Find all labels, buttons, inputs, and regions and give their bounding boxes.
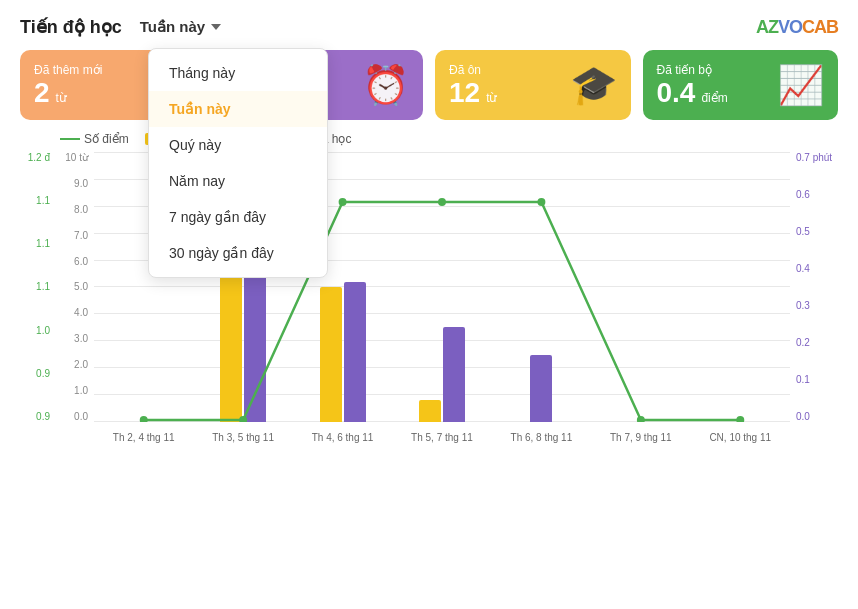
x-label-1: Th 3, 5 thg 11 — [193, 432, 292, 443]
y-right-0: 0.0 — [796, 411, 810, 422]
dropdown-label: Tuần này — [140, 18, 205, 36]
stat-added-text: Đã thêm mới 2 từ — [34, 63, 102, 107]
bar-purple-3 — [443, 327, 465, 422]
bar-purple-4 — [530, 355, 552, 422]
y-words-1: 1.0 — [74, 385, 88, 396]
stat-reviewed-text: Đã ôn 12 từ — [449, 63, 498, 107]
period-dropdown-trigger[interactable]: Tuần này — [132, 14, 229, 40]
y-right-5: 0.5 — [796, 226, 810, 237]
bar-yellow-2 — [320, 287, 342, 422]
bar-group-3 — [392, 327, 491, 422]
y-left-8: 1.1 — [36, 238, 50, 249]
stat-reviewed-unit: từ — [486, 91, 497, 105]
y-words-10: 10 từ — [65, 152, 88, 163]
dropdown-item-thang-nay[interactable]: Tháng này — [149, 55, 327, 91]
y-axis-words: 10 từ 9.0 8.0 7.0 6.0 5.0 4.0 3.0 2.0 1.… — [56, 152, 94, 422]
y-right-6: 0.6 — [796, 189, 810, 200]
bar-purple-2 — [344, 282, 366, 422]
stat-review-icon: ⏰ — [362, 63, 409, 107]
x-label-5: Th 7, 9 thg 11 — [591, 432, 690, 443]
y-left-10: 1.2 đ — [28, 152, 50, 163]
y-axis-left-spacer — [20, 422, 56, 452]
y-words-3: 3.0 — [74, 333, 88, 344]
y-axis-left-wrapper: 1.2 đ 1.1 1.1 1.1 1.0 0.9 0.9 — [20, 152, 56, 492]
stat-card-progress: Đã tiến bộ 0.4 điểm 📈 — [643, 50, 839, 120]
y-axis-left: 1.2 đ 1.1 1.1 1.1 1.0 0.9 0.9 — [20, 152, 56, 422]
bar-yellow-3 — [419, 400, 441, 422]
dropdown-item-30ngay[interactable]: 30 ngày gần đây — [149, 235, 327, 271]
legend-score-line — [60, 138, 80, 140]
stat-progress-unit: điểm — [701, 91, 727, 105]
x-label-4: Th 6, 8 thg 11 — [492, 432, 591, 443]
y-right-7: 0.7 phút — [796, 152, 832, 163]
dropdown-item-7ngay[interactable]: 7 ngày gần đây — [149, 199, 327, 235]
stat-progress-icon: 📈 — [777, 63, 824, 107]
bar-group-4 — [492, 355, 591, 422]
stat-added-unit: từ — [56, 91, 67, 105]
y-words-5: 5.0 — [74, 281, 88, 292]
period-dropdown-menu: Tháng này Tuần này Quý này Năm nay 7 ngà… — [148, 48, 328, 278]
x-labels: Th 2, 4 thg 11 Th 3, 5 thg 11 Th 4, 6 th… — [94, 422, 790, 452]
dropdown-item-quy-nay[interactable]: Quý này — [149, 127, 327, 163]
y-words-8: 8.0 — [74, 204, 88, 215]
y-left-6: 1.0 — [36, 325, 50, 336]
x-label-0: Th 2, 4 thg 11 — [94, 432, 193, 443]
y-left-5: 0.9 — [36, 368, 50, 379]
stat-reviewed-value: 12 — [449, 79, 480, 107]
y-axis-right: 0.7 phút 0.6 0.5 0.4 0.3 0.2 0.1 0.0 — [790, 152, 838, 422]
stats-row: Đã thêm mới 2 từ 📚 Cần ôn tập h. ⏰ Đã ôn… — [0, 50, 858, 132]
legend-score-label: Số điểm — [84, 132, 129, 146]
x-label-6: CN, 10 thg 11 — [691, 432, 790, 443]
y-axis-right-spacer — [790, 422, 838, 452]
y-words-9: 9.0 — [74, 178, 88, 189]
chart-legend: Số điểm Số từ đã học Thời gian đã học — [20, 132, 838, 146]
stat-reviewed-label: Đã ôn — [449, 63, 498, 77]
stat-added-value: 2 — [34, 79, 50, 107]
y-left-4: 0.9 — [36, 411, 50, 422]
x-label-3: Th 5, 7 thg 11 — [392, 432, 491, 443]
y-words-0: 0.0 — [74, 411, 88, 422]
y-axis-right-wrapper: 0.7 phút 0.6 0.5 0.4 0.3 0.2 0.1 0.0 — [790, 152, 838, 492]
stat-card-reviewed: Đã ôn 12 từ 🎓 — [435, 50, 631, 120]
chart-area: 1.2 đ 1.1 1.1 1.1 1.0 0.9 0.9 10 từ 9.0 … — [20, 152, 838, 492]
stat-progress-label: Đã tiến bộ — [657, 63, 728, 77]
stat-progress-value: 0.4 — [657, 79, 696, 107]
page-title: Tiến độ học — [20, 16, 122, 38]
y-right-1: 0.1 — [796, 374, 810, 385]
y-axis-words-wrapper: 10 từ 9.0 8.0 7.0 6.0 5.0 4.0 3.0 2.0 1.… — [56, 152, 94, 492]
bar-group-2 — [293, 282, 392, 422]
logo: AZVOCAB — [756, 17, 838, 38]
stat-progress-text: Đã tiến bộ 0.4 điểm — [657, 63, 728, 107]
y-right-3: 0.3 — [796, 300, 810, 311]
dropdown-item-tuan-nay[interactable]: Tuần này — [149, 91, 327, 127]
page-header: Tiến độ học Tuần này Tháng này Tuần này … — [0, 0, 858, 50]
y-left-7: 1.1 — [36, 281, 50, 292]
y-left-9: 1.1 — [36, 195, 50, 206]
chevron-down-icon — [211, 24, 221, 30]
stat-reviewed-icon: 🎓 — [570, 63, 617, 107]
chart-container: Số điểm Số từ đã học Thời gian đã học 1.… — [0, 132, 858, 502]
x-label-2: Th 4, 6 thg 11 — [293, 432, 392, 443]
y-right-2: 0.2 — [796, 337, 810, 348]
legend-score: Số điểm — [60, 132, 129, 146]
y-words-4: 4.0 — [74, 307, 88, 318]
y-right-4: 0.4 — [796, 263, 810, 274]
y-axis-words-spacer — [56, 422, 94, 452]
y-words-7: 7.0 — [74, 230, 88, 241]
dropdown-item-nam-nay[interactable]: Năm nay — [149, 163, 327, 199]
y-words-2: 2.0 — [74, 359, 88, 370]
stat-added-label: Đã thêm mới — [34, 63, 102, 77]
y-words-6: 6.0 — [74, 256, 88, 267]
